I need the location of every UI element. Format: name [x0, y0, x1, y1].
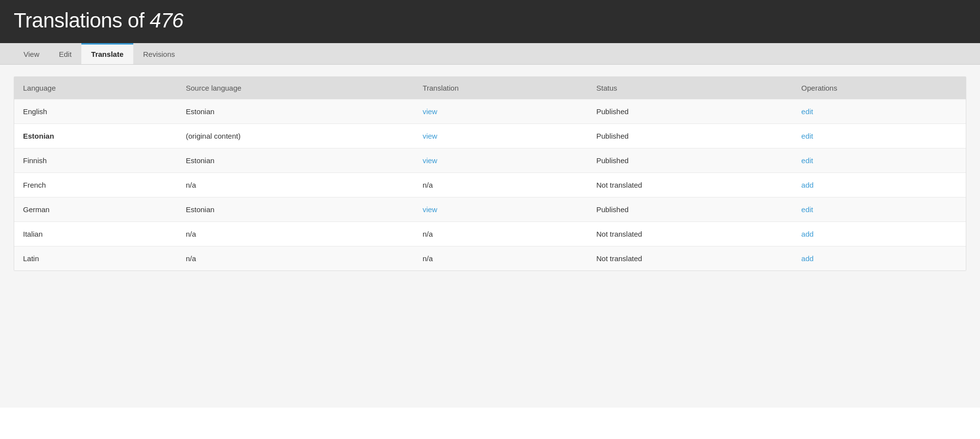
- cell-translation[interactable]: view: [414, 99, 588, 124]
- operation-link[interactable]: add: [801, 181, 813, 189]
- cell-source-language: n/a: [177, 222, 414, 246]
- col-header-source-language: Source language: [177, 77, 414, 99]
- translation-view-link[interactable]: view: [422, 156, 437, 165]
- operation-link[interactable]: edit: [801, 156, 813, 165]
- tab-edit[interactable]: Edit: [49, 43, 81, 64]
- col-header-status: Status: [588, 77, 792, 99]
- cell-translation[interactable]: view: [414, 148, 588, 173]
- tabs-nav: View Edit Translate Revisions: [0, 43, 980, 65]
- tab-view[interactable]: View: [14, 43, 49, 64]
- col-header-operations: Operations: [792, 77, 966, 99]
- cell-status: Published: [588, 99, 792, 124]
- col-header-language: Language: [14, 77, 177, 99]
- cell-operations[interactable]: add: [792, 173, 966, 197]
- cell-language: Italian: [14, 222, 177, 246]
- operation-link[interactable]: add: [801, 254, 813, 263]
- page-header: Translations of 476: [0, 0, 980, 43]
- cell-language: Latin: [14, 246, 177, 271]
- table-row: Latinn/an/aNot translatedadd: [14, 246, 966, 271]
- tab-revisions[interactable]: Revisions: [133, 43, 185, 64]
- operation-link[interactable]: edit: [801, 132, 813, 140]
- table-row: EnglishEstonianviewPublishededit: [14, 99, 966, 124]
- cell-operations[interactable]: edit: [792, 197, 966, 222]
- cell-source-language: n/a: [177, 173, 414, 197]
- cell-status: Not translated: [588, 173, 792, 197]
- title-prefix: Translations of: [14, 9, 150, 32]
- col-header-translation: Translation: [414, 77, 588, 99]
- translations-table-wrapper: Language Source language Translation Sta…: [14, 76, 966, 271]
- operation-link[interactable]: add: [801, 230, 813, 238]
- title-number: 476: [150, 9, 184, 32]
- cell-language: German: [14, 197, 177, 222]
- table-row: FinnishEstonianviewPublishededit: [14, 148, 966, 173]
- cell-status: Not translated: [588, 222, 792, 246]
- cell-operations[interactable]: add: [792, 246, 966, 271]
- page-title: Translations of 476: [14, 9, 966, 32]
- cell-operations[interactable]: edit: [792, 148, 966, 173]
- cell-language: Estonian: [14, 124, 177, 148]
- translation-view-link[interactable]: view: [422, 205, 437, 214]
- cell-source-language: n/a: [177, 246, 414, 271]
- table-row: Italiann/an/aNot translatedadd: [14, 222, 966, 246]
- cell-status: Not translated: [588, 246, 792, 271]
- translations-table: Language Source language Translation Sta…: [14, 77, 966, 270]
- cell-source-language: Estonian: [177, 99, 414, 124]
- cell-operations[interactable]: edit: [792, 99, 966, 124]
- cell-source-language: (original content): [177, 124, 414, 148]
- translation-view-link[interactable]: view: [422, 132, 437, 140]
- cell-operations[interactable]: add: [792, 222, 966, 246]
- cell-translation[interactable]: view: [414, 197, 588, 222]
- cell-translation: n/a: [414, 246, 588, 271]
- table-row: Estonian(original content)viewPublishede…: [14, 124, 966, 148]
- cell-translation[interactable]: view: [414, 124, 588, 148]
- cell-status: Published: [588, 124, 792, 148]
- cell-source-language: Estonian: [177, 148, 414, 173]
- operation-link[interactable]: edit: [801, 205, 813, 214]
- cell-source-language: Estonian: [177, 197, 414, 222]
- cell-language: English: [14, 99, 177, 124]
- main-content: Language Source language Translation Sta…: [0, 65, 980, 408]
- tab-translate[interactable]: Translate: [81, 43, 133, 64]
- cell-status: Published: [588, 148, 792, 173]
- cell-status: Published: [588, 197, 792, 222]
- operation-link[interactable]: edit: [801, 107, 813, 116]
- cell-language: French: [14, 173, 177, 197]
- cell-translation: n/a: [414, 222, 588, 246]
- cell-translation: n/a: [414, 173, 588, 197]
- translation-view-link[interactable]: view: [422, 107, 437, 116]
- cell-language: Finnish: [14, 148, 177, 173]
- table-row: GermanEstonianviewPublishededit: [14, 197, 966, 222]
- cell-operations[interactable]: edit: [792, 124, 966, 148]
- table-row: Frenchn/an/aNot translatedadd: [14, 173, 966, 197]
- table-header-row: Language Source language Translation Sta…: [14, 77, 966, 99]
